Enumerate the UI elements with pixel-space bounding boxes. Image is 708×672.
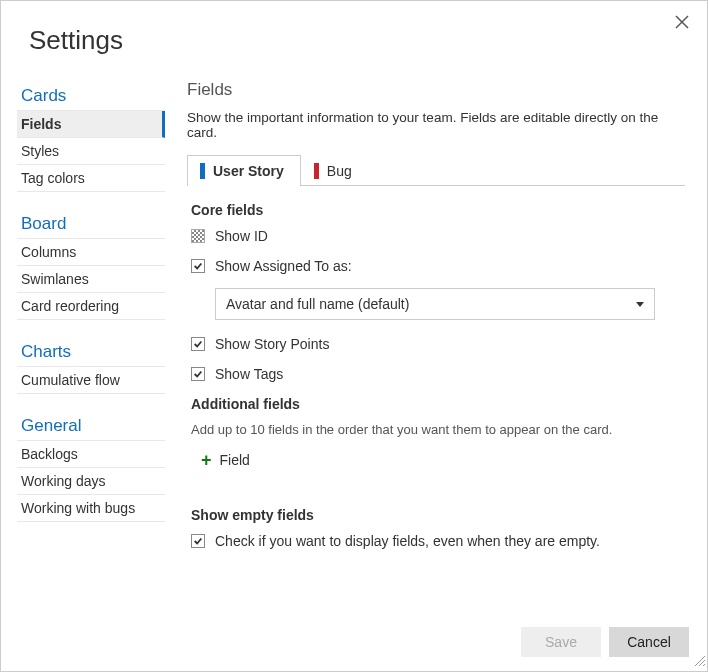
checkbox-show-empty[interactable] [191, 534, 205, 548]
close-button[interactable] [675, 15, 689, 32]
checkbox-show-assigned-to[interactable] [191, 259, 205, 273]
tab-strip: User Story Bug [187, 154, 685, 186]
plus-icon: + [201, 451, 212, 469]
svg-line-4 [703, 664, 705, 666]
section-title-board: Board [17, 208, 165, 239]
nav-item-swimlanes[interactable]: Swimlanes [17, 266, 165, 293]
dialog-title: Settings [1, 1, 707, 76]
tab-label: Bug [327, 163, 352, 179]
checkbox-label: Show Tags [215, 366, 283, 382]
assigned-to-dropdown[interactable]: Avatar and full name (default) [215, 288, 655, 320]
section-title-general: General [17, 410, 165, 441]
additional-fields-heading: Additional fields [191, 396, 685, 412]
nav-item-cumulative-flow[interactable]: Cumulative flow [17, 367, 165, 394]
check-icon [193, 339, 203, 349]
section-title-charts: Charts [17, 336, 165, 367]
tab-stripe-icon [314, 163, 319, 179]
show-empty-heading: Show empty fields [191, 507, 685, 523]
field-show-assigned-to: Show Assigned To as: [191, 258, 685, 274]
content-description: Show the important information to your t… [187, 110, 685, 140]
nav-item-card-reordering[interactable]: Card reordering [17, 293, 165, 320]
tab-bug[interactable]: Bug [301, 155, 369, 186]
checkbox-show-id[interactable] [191, 229, 205, 243]
dialog-footer: Save Cancel [1, 617, 707, 671]
nav-item-tag-colors[interactable]: Tag colors [17, 165, 165, 192]
checkbox-label: Show Story Points [215, 336, 329, 352]
nav-item-styles[interactable]: Styles [17, 138, 165, 165]
chevron-down-icon [636, 302, 644, 307]
checkbox-label: Show Assigned To as: [215, 258, 352, 274]
field-show-tags: Show Tags [191, 366, 685, 382]
check-icon [193, 536, 203, 546]
cancel-button[interactable]: Cancel [609, 627, 689, 657]
checkbox-show-story-points[interactable] [191, 337, 205, 351]
checkbox-show-tags[interactable] [191, 367, 205, 381]
add-field-label: Field [220, 452, 250, 468]
check-icon [193, 369, 203, 379]
additional-fields-desc: Add up to 10 fields in the order that yo… [191, 422, 685, 437]
nav-item-working-days[interactable]: Working days [17, 468, 165, 495]
nav-item-working-with-bugs[interactable]: Working with bugs [17, 495, 165, 522]
check-icon [193, 261, 203, 271]
field-show-id: Show ID [191, 228, 685, 244]
field-show-story-points: Show Story Points [191, 336, 685, 352]
nav-item-columns[interactable]: Columns [17, 239, 165, 266]
checkbox-label: Check if you want to display fields, eve… [215, 533, 600, 549]
checkbox-label: Show ID [215, 228, 268, 244]
nav-item-fields[interactable]: Fields [17, 111, 165, 138]
close-icon [675, 15, 689, 29]
add-field-button[interactable]: + Field [191, 447, 685, 487]
resize-grip-icon[interactable] [693, 653, 705, 669]
tab-label: User Story [213, 163, 284, 179]
tab-stripe-icon [200, 163, 205, 179]
content-title: Fields [187, 80, 685, 100]
save-button[interactable]: Save [521, 627, 601, 657]
field-show-empty: Check if you want to display fields, eve… [191, 533, 685, 549]
sidebar: Cards Fields Styles Tag colors Board Col… [17, 76, 165, 617]
tab-user-story[interactable]: User Story [187, 155, 301, 186]
content-pane: Fields Show the important information to… [165, 76, 703, 617]
section-title-cards: Cards [17, 80, 165, 111]
dropdown-value: Avatar and full name (default) [226, 296, 409, 312]
nav-item-backlogs[interactable]: Backlogs [17, 441, 165, 468]
settings-dialog: Settings Cards Fields Styles Tag colors … [0, 0, 708, 672]
dialog-body: Cards Fields Styles Tag colors Board Col… [1, 76, 707, 617]
core-fields-heading: Core fields [191, 202, 685, 218]
